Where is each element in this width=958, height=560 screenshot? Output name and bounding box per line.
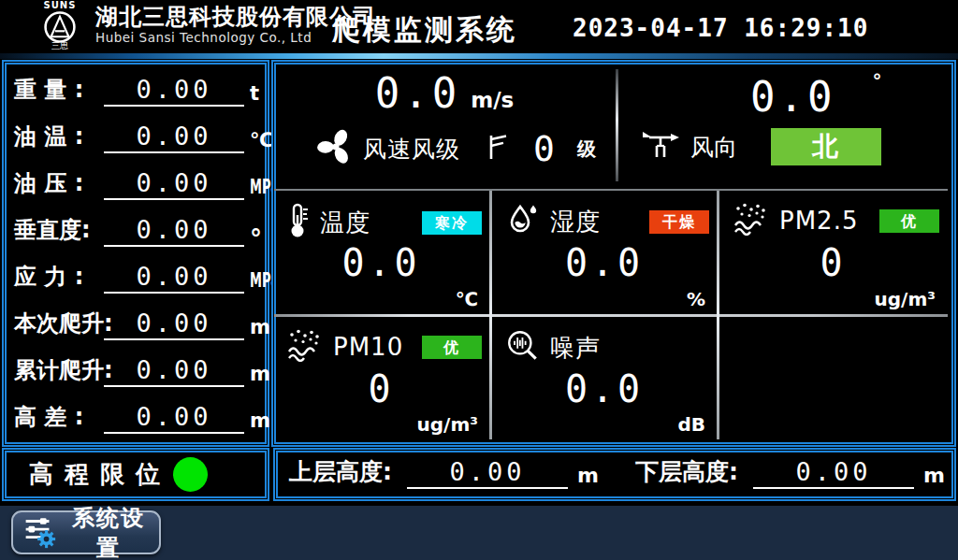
taskbar: 系统设置: [0, 506, 958, 560]
header: SUNS 三思 湖北三思科技股份有限公司 Hubei Sansi Technol…: [0, 0, 958, 53]
company-logo: SUNS 三思: [26, 1, 94, 53]
row-height-diff: 高 差 : 0.00 m: [10, 394, 261, 440]
upper-height-value: 0.00: [407, 457, 568, 489]
row-value: 0.00: [104, 262, 244, 294]
humidity-label: 湿度: [550, 206, 601, 238]
row-value: 0.00: [104, 215, 244, 247]
header-separator: [0, 53, 958, 59]
temperature-cell: 温度 寒冷 0.0 ℃: [273, 191, 489, 314]
row-label: 重 量 :: [14, 75, 83, 105]
row-value: 0.00: [104, 168, 244, 200]
wind-vane-icon: [640, 127, 683, 166]
droplet-icon: [505, 202, 541, 241]
elevation-limit-label: 高程限位: [29, 458, 171, 491]
row-label: 累计爬升:: [14, 355, 113, 385]
row-oil-temp: 油 温 : 0.00 ℃: [10, 113, 261, 160]
upper-height-group: 上层高度: 0.00 m: [289, 452, 607, 496]
row-value: 0.00: [104, 402, 244, 434]
row-unit: °: [250, 232, 262, 245]
row-label: 应 力 :: [14, 262, 83, 292]
environment-panel: 0.0 m/s 风速风级: [271, 60, 956, 447]
row-label: 油 温 :: [14, 122, 83, 151]
measurement-panel: 重 量 : 0.00 t 油 温 : 0.00 ℃ 油 压 : 0.00 MPa…: [2, 60, 269, 447]
page-title: 爬模监测系统: [332, 11, 517, 50]
thermometer-icon: [286, 202, 311, 243]
row-value: 0.00: [104, 75, 244, 107]
suns-logo-icon: [26, 10, 94, 44]
elevation-limit-row: 高程限位: [7, 452, 265, 496]
wind-speed-value: 0.0: [375, 69, 460, 117]
row-value: 0.00: [104, 122, 244, 153]
row-total-climb: 累计爬升: 0.00 m: [10, 347, 261, 394]
pm25-label: PM2.5: [779, 207, 858, 235]
temperature-unit: ℃: [456, 288, 478, 310]
pm25-cell: PM2.5 优 0 ug/m³: [719, 191, 947, 314]
lower-height-group: 下层高度: 0.00 m: [635, 452, 953, 496]
wind-direction-button[interactable]: 北: [771, 128, 881, 165]
wind-speed-readout: 0.0 m/s: [273, 69, 616, 117]
noise-label: 噪声: [550, 332, 601, 365]
lower-height-label: 下层高度:: [635, 456, 738, 487]
noise-value: 0.0: [492, 367, 717, 410]
row-value: 0.00: [104, 309, 244, 340]
pm25-status-badge: 优: [879, 209, 939, 233]
row-stress: 应 力 : 0.00 MPa: [10, 253, 261, 300]
temperature-status-badge: 寒冷: [422, 211, 482, 235]
wind-direction-label: 风向: [690, 132, 737, 163]
wind-direction-unit: °: [873, 69, 882, 92]
status-light-green: [173, 457, 208, 492]
pm10-unit: ug/m³: [417, 413, 478, 436]
row-current-climb: 本次爬升: 0.00 m: [10, 300, 261, 347]
pm10-cell: PM10 优 0 ug/m³: [273, 317, 489, 439]
lower-height-value: 0.00: [753, 457, 914, 489]
row-unit: t: [250, 82, 259, 105]
row-unit: m: [250, 316, 270, 338]
row-verticality: 垂直度: 0.00 °: [10, 207, 261, 253]
logo-suns-text: SUNS: [26, 1, 94, 10]
wind-level-value: 0: [533, 128, 555, 169]
wind-speed-section: 0.0 m/s 风速风级: [273, 62, 616, 185]
wind-level-unit: 级: [577, 136, 596, 162]
wind-direction-section: 0.0 ° 风向 北: [619, 62, 947, 185]
row-unit: m: [250, 409, 270, 432]
row-label: 本次爬升:: [14, 309, 113, 338]
upper-height-unit: m: [577, 464, 599, 487]
row-label: 垂直度:: [14, 215, 91, 245]
pm25-unit: ug/m³: [875, 288, 936, 310]
settings-button-label: 系统设置: [64, 503, 153, 560]
pm25-cell-header: PM2.5 优: [733, 202, 939, 239]
wind-level-readout: 风速风级 0 级: [316, 127, 596, 170]
noise-meter-icon: [505, 328, 541, 367]
particles-icon: [733, 202, 770, 239]
wind-speed-unit: m/s: [471, 88, 514, 112]
system-settings-button[interactable]: 系统设置: [11, 510, 161, 554]
wind-speed-label: 风速风级: [363, 134, 460, 165]
wind-direction-readout: 0.0 °: [750, 69, 882, 121]
wind-direction-row: 风向 北: [640, 127, 881, 166]
logo-cn-text: 三思: [26, 42, 94, 50]
row-unit: ℃: [250, 129, 273, 151]
pm25-value: 0: [719, 241, 947, 284]
datetime-display: 2023-04-17 16:29:10: [573, 14, 868, 42]
row-unit: m: [250, 363, 270, 385]
temperature-value: 0.0: [273, 241, 489, 284]
elevation-limit-box: 高程限位: [2, 448, 269, 501]
layer-heights-box: 上层高度: 0.00 m 下层高度: 0.00 m: [273, 448, 956, 501]
lower-height-unit: m: [923, 464, 945, 487]
row-label: 高 差 :: [14, 402, 83, 432]
wind-section-divider: [616, 69, 618, 181]
noise-unit: dB: [677, 413, 705, 436]
pm10-value: 0: [273, 367, 489, 410]
settings-sliders-gear-icon: [19, 511, 58, 553]
row-value: 0.00: [104, 355, 244, 387]
humidity-value: 0.0: [492, 241, 717, 284]
row-oil-pressure: 油 压 : 0.00 MPa: [10, 160, 261, 207]
fan-icon: [316, 127, 356, 170]
noise-cell: 噪声 0.0 dB: [492, 317, 717, 439]
upper-height-label: 上层高度:: [289, 456, 392, 487]
temperature-label: 温度: [320, 207, 370, 239]
row-label: 油 压 :: [14, 168, 83, 198]
row-weight: 重 量 : 0.00 t: [10, 66, 261, 113]
particles-icon: [286, 328, 324, 366]
pm10-status-badge: 优: [422, 336, 482, 359]
